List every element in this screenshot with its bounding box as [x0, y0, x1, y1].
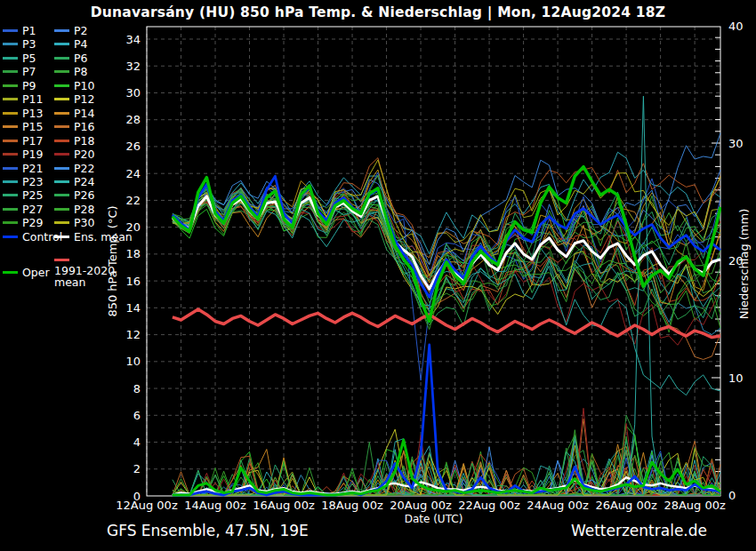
y-left-tick-label: 24 [125, 167, 141, 180]
y-right-tick-label: 10 [728, 371, 744, 385]
climate-mean-temp [173, 309, 720, 338]
y-right-tick-label: 0 [728, 489, 736, 502]
x-tick-label: 14Aug 00z [184, 499, 246, 512]
tick-labels: 0246810121416182022242628303234010203040… [116, 20, 743, 513]
y-left-tick-label: 32 [125, 60, 141, 73]
plot-area: 0246810121416182022242628303234010203040… [0, 0, 756, 551]
y-right-tick-label: 30 [728, 137, 744, 150]
y-left-tick-label: 22 [125, 194, 141, 207]
y-left-tick-label: 14 [125, 301, 141, 315]
meteogram-chart: Dunavarsány (HU) 850 hPa Temp. & Nieders… [0, 0, 756, 551]
member-precip-P24 [173, 96, 720, 495]
y-left-tick-label: 28 [125, 113, 141, 126]
y-right-tick-label: 40 [728, 20, 744, 33]
footer-model-info: GFS Ensemble, 47.5N, 19E [107, 522, 309, 539]
y-left-tick-label: 4 [133, 435, 141, 449]
y-left-tick-label: 6 [133, 409, 141, 422]
y-left-tick-label: 30 [125, 86, 141, 100]
x-tick-label: 16Aug 00z [253, 499, 315, 512]
y-left-axis-title: 850 hPa Temp. (°C) [106, 205, 119, 316]
y-right-axis-title: Niederschlag (mm) [737, 209, 751, 320]
series-lines [173, 96, 720, 495]
x-tick-label: 22Aug 00z [458, 499, 520, 512]
y-left-tick-label: 10 [125, 355, 141, 368]
y-left-tick-label: 8 [133, 382, 141, 395]
x-tick-label: 12Aug 00z [116, 499, 178, 512]
x-tick-label: 18Aug 00z [321, 499, 383, 512]
y-left-tick-label: 18 [125, 247, 141, 260]
y-left-tick-label: 20 [125, 220, 141, 234]
y-left-tick-label: 2 [133, 462, 141, 475]
footer-brand: Wetterzentrale.de [571, 522, 707, 539]
x-tick-label: 24Aug 00z [527, 499, 589, 512]
x-tick-label: 28Aug 00z [664, 499, 726, 512]
x-tick-label: 20Aug 00z [390, 499, 452, 512]
y-left-tick-label: 16 [125, 275, 141, 288]
x-tick-label: 26Aug 00z [595, 499, 657, 512]
y-left-tick-label: 12 [125, 328, 141, 341]
y-left-tick-label: 26 [125, 140, 141, 153]
y-left-tick-label: 34 [125, 33, 141, 46]
